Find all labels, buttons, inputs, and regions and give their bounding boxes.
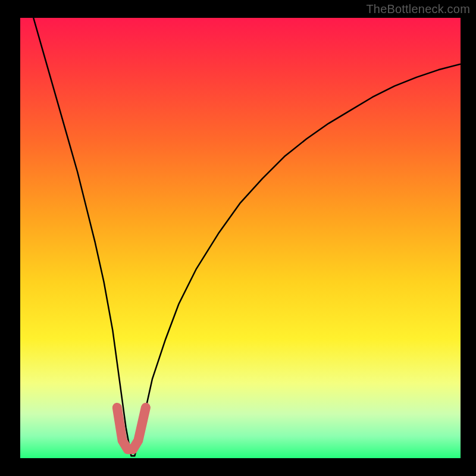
gradient-background — [20, 18, 461, 458]
chart-stage: TheBottleneck.com — [0, 0, 476, 476]
bottleneck-chart — [0, 0, 476, 476]
